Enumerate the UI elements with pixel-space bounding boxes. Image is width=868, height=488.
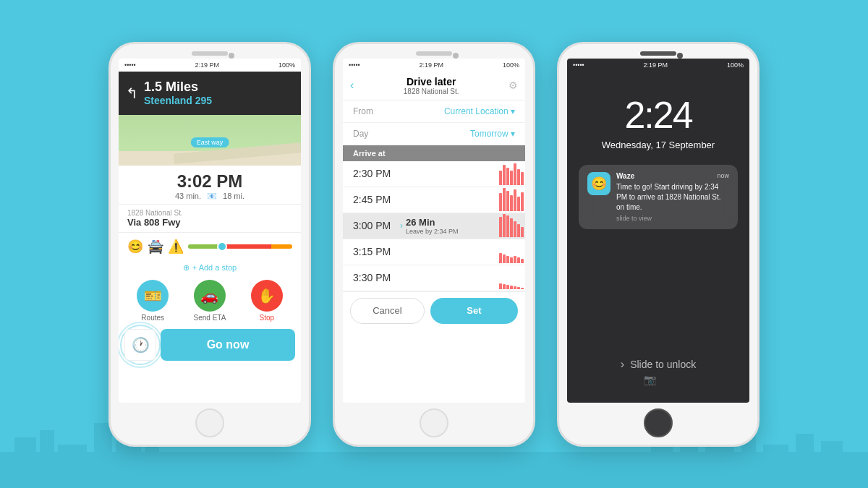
traffic-emoji2: 🚔 [148,239,163,254]
route-via: Via 808 Fwy [127,217,292,228]
eta-section: 3:02 PM 43 min. 📧 18 mi. [119,166,301,205]
traffic-emoji1: 😊 [127,239,143,254]
eta-minutes: 43 min. [175,192,201,200]
cancel-button[interactable]: Cancel [350,298,425,324]
phone-camera-3 [677,53,683,59]
eta-time: 3:02 PM [119,171,301,192]
svg-rect-3 [40,430,54,488]
bar-315 [498,239,525,265]
map-preview: East way [119,115,301,166]
from-label: From [353,106,389,116]
battery-2: 100% [503,61,519,69]
svg-rect-4 [58,445,87,488]
phone-camera [229,53,234,59]
nav-header: ↰ 1.5 Miles Steenland 295 [119,72,301,115]
bar-245 [498,187,525,213]
phone3-screen: ••••• 2:19 PM 100% 2:24 Wednesday, 17 Se… [567,59,749,403]
status-bar-3: ••••• 2:19 PM 100% [567,59,749,72]
selected-detail: 26 Min Leave by 2:34 PM [406,217,459,235]
back-button[interactable]: ‹ [350,79,354,92]
time-slot-300[interactable]: 3:00 PM › 26 Min Leave by 2:34 PM [343,213,525,239]
settings-icon[interactable]: ⚙ [509,80,518,91]
go-now-label: Go now [207,338,250,351]
nav-distance: 1.5 Miles [144,80,212,95]
notif-slide-text: slide to view [616,215,729,222]
phone-speaker-3 [640,51,676,56]
day-text: Tomorrow ▾ [470,129,515,139]
drive-later-footer: Cancel Set [343,291,525,330]
phone2-screen: ••••• 2:19 PM 100% ‹ Drive later 1828 Na… [343,59,525,403]
signal-dots-2: ••••• [349,61,360,69]
time-slot-230[interactable]: 2:30 PM [343,161,525,187]
nav-street: Steenland 295 [144,95,212,106]
time-slot-330[interactable]: 3:30 PM [343,265,525,291]
phone-lock-screen: ••••• 2:19 PM 100% 2:24 Wednesday, 17 Se… [557,42,760,447]
set-button[interactable]: Set [430,298,518,324]
routes-icon: 🎫 [137,280,169,312]
time-slot-315[interactable]: 3:15 PM [343,239,525,265]
day-row: Day Tomorrow ▾ [343,123,525,145]
drive-later-subtitle: 1828 National St. [359,87,503,95]
time-330: 3:30 PM [353,272,400,283]
traffic-bar [188,244,292,249]
go-now-button[interactable]: Go now [161,329,295,361]
time-slot-245[interactable]: 2:45 PM [343,187,525,213]
home-button-2[interactable] [420,408,448,437]
phone-drive-later: ••••• 2:19 PM 100% ‹ Drive later 1828 Na… [333,42,535,447]
status-center-2: 2:19 PM [420,61,444,69]
eta-miles: 18 mi. [223,192,244,200]
route-label: 1828 National St. [127,209,292,217]
stop-icon: ✋ [251,280,283,312]
eta-sub: 43 min. 📧 18 mi. [119,192,301,201]
time-315: 3:15 PM [353,246,400,257]
waze-app-icon: 😊 [587,172,610,195]
turn-arrow-icon: ↰ [126,85,138,102]
drive-later-wrapper: 🕐 [124,329,156,361]
notif-message: Time to go! Start driving by 2:34 PM to … [616,182,729,213]
slide-to-unlock-bar[interactable]: › Slide to unlock [621,358,696,371]
leave-by-label: Leave by 2:34 PM [406,228,459,235]
camera-icon[interactable]: 📷 [644,374,656,385]
signal-dots-3: ••••• [573,61,584,69]
from-value[interactable]: Current Location ▾ [389,106,515,116]
svg-rect-13 [796,434,814,488]
status-center-3: 2:19 PM [644,61,668,69]
selected-arrow: › [400,221,403,231]
send-eta-button[interactable]: 🚗 Send ETA [194,280,226,322]
traffic-green [188,244,219,249]
routes-button[interactable]: 🎫 Routes [137,280,169,322]
time-245: 2:45 PM [353,194,400,205]
set-label: Set [467,305,481,316]
send-eta-icon: 🚗 [194,280,226,312]
home-button-1[interactable] [195,408,224,437]
route-info: 1828 National St. Via 808 Fwy [119,205,301,233]
notif-app-name: Waze [616,172,634,180]
day-value[interactable]: Tomorrow ▾ [389,129,515,139]
notification-card[interactable]: 😊 Waze now Time to go! Start driving by … [579,165,738,229]
bar-330 [498,265,525,291]
phone-speaker [192,51,228,56]
phone1-screen: ••••• 2:19 PM 100% ↰ 1.5 Miles Steenland… [119,59,301,403]
notif-header: Waze now [616,172,729,180]
svg-rect-10 [705,443,734,488]
status-bar-2: ••••• 2:19 PM 100% [343,59,525,72]
stop-label: Stop [259,314,274,322]
status-bar-1: ••••• 2:19 PM 100% [119,59,301,72]
signal-dots: ••••• [124,61,136,69]
svg-rect-12 [763,445,788,488]
home-button-3[interactable] [644,408,673,437]
routes-label: Routes [141,314,164,322]
stop-button[interactable]: ✋ Stop [251,280,283,322]
svg-rect-5 [94,423,112,488]
drive-later-button[interactable]: 🕐 [124,329,156,361]
day-label: Day [353,129,389,139]
status-center: 2:19 PM [195,61,220,69]
traffic-section: 😊 🚔 ⚠️ [119,233,301,260]
add-stop-label[interactable]: + Add a stop [192,263,237,272]
traffic-orange [271,244,292,249]
drive-later-title: Drive later [359,76,503,87]
bar-230 [498,161,525,187]
svg-rect-2 [14,437,36,488]
add-stop-section[interactable]: ⊕ + Add a stop [119,260,301,275]
time-230: 2:30 PM [353,168,400,179]
